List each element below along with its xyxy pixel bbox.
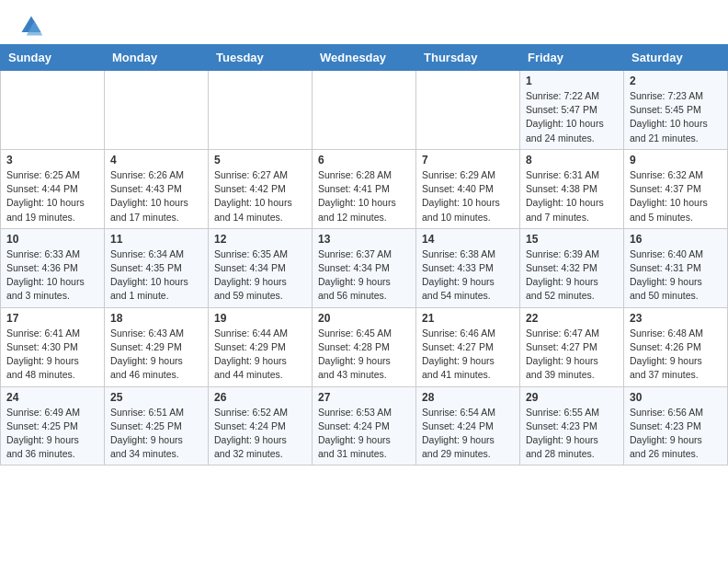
day-number: 13: [318, 233, 410, 246]
calendar-cell: 3Sunrise: 6:25 AM Sunset: 4:44 PM Daylig…: [1, 149, 105, 228]
calendar-cell: [105, 71, 209, 150]
calendar-cell: [313, 71, 416, 150]
day-info: Sunrise: 6:40 AM Sunset: 4:31 PM Dayligh…: [630, 247, 722, 304]
day-number: 20: [318, 312, 410, 325]
calendar-header-wednesday: Wednesday: [313, 45, 416, 71]
calendar-cell: 16Sunrise: 6:40 AM Sunset: 4:31 PM Dayli…: [624, 228, 728, 307]
calendar-cell: 5Sunrise: 6:27 AM Sunset: 4:42 PM Daylig…: [209, 149, 313, 228]
calendar-cell: 21Sunrise: 6:46 AM Sunset: 4:27 PM Dayli…: [416, 307, 520, 386]
day-info: Sunrise: 6:44 AM Sunset: 4:29 PM Dayligh…: [214, 327, 306, 383]
calendar-cell: 30Sunrise: 6:56 AM Sunset: 4:23 PM Dayli…: [624, 386, 728, 465]
day-info: Sunrise: 6:27 AM Sunset: 4:42 PM Dayligh…: [214, 168, 306, 224]
day-info: Sunrise: 6:31 AM Sunset: 4:38 PM Dayligh…: [526, 168, 618, 224]
calendar-header-tuesday: Tuesday: [209, 45, 313, 71]
calendar-cell: [1, 71, 105, 150]
calendar-cell: 18Sunrise: 6:43 AM Sunset: 4:29 PM Dayli…: [105, 307, 209, 386]
day-info: Sunrise: 6:46 AM Sunset: 4:27 PM Dayligh…: [422, 327, 514, 383]
calendar-header-friday: Friday: [520, 45, 624, 71]
calendar-week-row: 17Sunrise: 6:41 AM Sunset: 4:30 PM Dayli…: [1, 307, 728, 386]
day-number: 29: [526, 391, 618, 404]
day-info: Sunrise: 6:52 AM Sunset: 4:24 PM Dayligh…: [214, 406, 306, 462]
day-info: Sunrise: 6:51 AM Sunset: 4:25 PM Dayligh…: [110, 406, 202, 462]
day-number: 16: [630, 233, 722, 246]
calendar-cell: 23Sunrise: 6:48 AM Sunset: 4:26 PM Dayli…: [624, 307, 728, 386]
calendar-header-saturday: Saturday: [624, 45, 728, 71]
calendar-cell: 7Sunrise: 6:29 AM Sunset: 4:40 PM Daylig…: [416, 149, 520, 228]
day-number: 27: [318, 391, 410, 404]
day-number: 6: [318, 154, 410, 167]
day-number: 8: [526, 154, 618, 167]
calendar-cell: 27Sunrise: 6:53 AM Sunset: 4:24 PM Dayli…: [313, 386, 416, 465]
calendar-cell: 25Sunrise: 6:51 AM Sunset: 4:25 PM Dayli…: [105, 386, 209, 465]
day-info: Sunrise: 6:53 AM Sunset: 4:24 PM Dayligh…: [318, 406, 410, 462]
day-info: Sunrise: 6:34 AM Sunset: 4:35 PM Dayligh…: [110, 247, 202, 304]
day-number: 23: [630, 312, 722, 325]
day-info: Sunrise: 6:26 AM Sunset: 4:43 PM Dayligh…: [110, 168, 202, 224]
day-info: Sunrise: 6:43 AM Sunset: 4:29 PM Dayligh…: [110, 327, 202, 383]
day-info: Sunrise: 7:23 AM Sunset: 5:45 PM Dayligh…: [630, 89, 722, 145]
day-number: 5: [214, 154, 306, 167]
calendar-cell: 20Sunrise: 6:45 AM Sunset: 4:28 PM Dayli…: [313, 307, 416, 386]
day-number: 30: [630, 391, 722, 404]
day-info: Sunrise: 6:39 AM Sunset: 4:32 PM Dayligh…: [526, 247, 618, 304]
day-number: 14: [422, 233, 514, 246]
day-number: 1: [526, 75, 618, 87]
day-info: Sunrise: 6:54 AM Sunset: 4:24 PM Dayligh…: [422, 406, 514, 462]
day-number: 2: [630, 75, 722, 87]
calendar-header-row: SundayMondayTuesdayWednesdayThursdayFrid…: [1, 45, 728, 71]
calendar-week-row: 3Sunrise: 6:25 AM Sunset: 4:44 PM Daylig…: [1, 149, 728, 228]
day-number: 12: [214, 233, 306, 246]
calendar-cell: 2Sunrise: 7:23 AM Sunset: 5:45 PM Daylig…: [624, 71, 728, 150]
day-info: Sunrise: 6:49 AM Sunset: 4:25 PM Dayligh…: [6, 406, 98, 462]
calendar-cell: 14Sunrise: 6:38 AM Sunset: 4:33 PM Dayli…: [416, 228, 520, 307]
calendar-cell: 24Sunrise: 6:49 AM Sunset: 4:25 PM Dayli…: [1, 386, 105, 465]
day-number: 3: [6, 154, 98, 167]
day-number: 28: [422, 391, 514, 404]
page-header: [0, 0, 728, 44]
day-number: 4: [110, 154, 202, 167]
day-info: Sunrise: 7:22 AM Sunset: 5:47 PM Dayligh…: [526, 89, 618, 145]
calendar-cell: 1Sunrise: 7:22 AM Sunset: 5:47 PM Daylig…: [520, 71, 624, 150]
calendar-cell: 4Sunrise: 6:26 AM Sunset: 4:43 PM Daylig…: [105, 149, 209, 228]
day-number: 26: [214, 391, 306, 404]
calendar-cell: [416, 71, 520, 150]
day-info: Sunrise: 6:48 AM Sunset: 4:26 PM Dayligh…: [630, 327, 722, 383]
calendar-cell: 19Sunrise: 6:44 AM Sunset: 4:29 PM Dayli…: [209, 307, 313, 386]
calendar-week-row: 1Sunrise: 7:22 AM Sunset: 5:47 PM Daylig…: [1, 71, 728, 150]
calendar-cell: 22Sunrise: 6:47 AM Sunset: 4:27 PM Dayli…: [520, 307, 624, 386]
calendar-week-row: 24Sunrise: 6:49 AM Sunset: 4:25 PM Dayli…: [1, 386, 728, 465]
calendar-week-row: 10Sunrise: 6:33 AM Sunset: 4:36 PM Dayli…: [1, 228, 728, 307]
day-info: Sunrise: 6:29 AM Sunset: 4:40 PM Dayligh…: [422, 168, 514, 224]
calendar-cell: 9Sunrise: 6:32 AM Sunset: 4:37 PM Daylig…: [624, 149, 728, 228]
day-info: Sunrise: 6:41 AM Sunset: 4:30 PM Dayligh…: [6, 327, 98, 383]
calendar-table: SundayMondayTuesdayWednesdayThursdayFrid…: [0, 44, 728, 465]
day-info: Sunrise: 6:45 AM Sunset: 4:28 PM Dayligh…: [318, 327, 410, 383]
calendar-cell: 10Sunrise: 6:33 AM Sunset: 4:36 PM Dayli…: [1, 228, 105, 307]
day-info: Sunrise: 6:55 AM Sunset: 4:23 PM Dayligh…: [526, 406, 618, 462]
day-number: 22: [526, 312, 618, 325]
day-number: 7: [422, 154, 514, 167]
day-info: Sunrise: 6:32 AM Sunset: 4:37 PM Dayligh…: [630, 168, 722, 224]
logo-icon: [18, 13, 44, 39]
logo: [18, 13, 48, 39]
day-number: 18: [110, 312, 202, 325]
calendar-header-sunday: Sunday: [1, 45, 105, 71]
day-number: 24: [6, 391, 98, 404]
day-number: 25: [110, 391, 202, 404]
calendar-header-monday: Monday: [105, 45, 209, 71]
calendar-cell: 13Sunrise: 6:37 AM Sunset: 4:34 PM Dayli…: [313, 228, 416, 307]
calendar-cell: 26Sunrise: 6:52 AM Sunset: 4:24 PM Dayli…: [209, 386, 313, 465]
day-info: Sunrise: 6:37 AM Sunset: 4:34 PM Dayligh…: [318, 247, 410, 304]
day-info: Sunrise: 6:28 AM Sunset: 4:41 PM Dayligh…: [318, 168, 410, 224]
calendar-cell: [209, 71, 313, 150]
day-number: 15: [526, 233, 618, 246]
calendar-cell: 17Sunrise: 6:41 AM Sunset: 4:30 PM Dayli…: [1, 307, 105, 386]
day-info: Sunrise: 6:38 AM Sunset: 4:33 PM Dayligh…: [422, 247, 514, 304]
day-number: 9: [630, 154, 722, 167]
calendar-header-thursday: Thursday: [416, 45, 520, 71]
day-number: 10: [6, 233, 98, 246]
calendar-cell: 8Sunrise: 6:31 AM Sunset: 4:38 PM Daylig…: [520, 149, 624, 228]
day-number: 19: [214, 312, 306, 325]
day-info: Sunrise: 6:33 AM Sunset: 4:36 PM Dayligh…: [6, 247, 98, 304]
day-info: Sunrise: 6:35 AM Sunset: 4:34 PM Dayligh…: [214, 247, 306, 304]
